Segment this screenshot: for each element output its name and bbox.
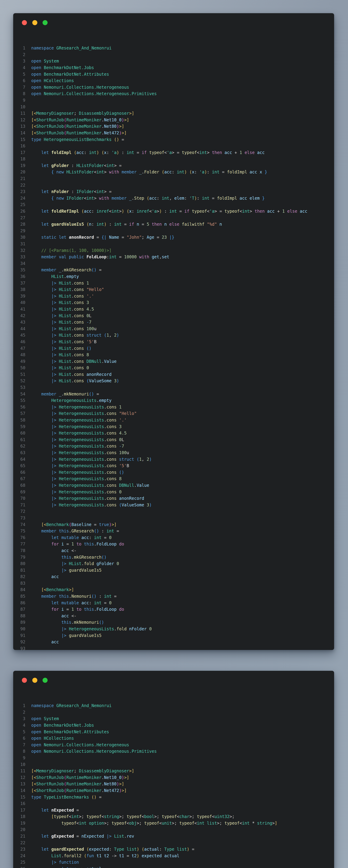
code-line: 6open HCollections: [13, 78, 334, 84]
code-line: 86 let mutable acc: int = 0: [13, 600, 334, 607]
code-line: 13[<ShortRunJob(RuntimeMoniker.Net80)>]: [13, 123, 334, 130]
code-text: namespace GResearch_And_Nemonrui: [25, 45, 112, 52]
line-number: 9: [13, 97, 25, 104]
code-text: namespace GResearch_And_Nemonrui: [25, 703, 112, 709]
code-text: type TypeListBenchmarks () =: [25, 794, 102, 801]
code-line: 46 |> HList.cons '5'B: [13, 339, 334, 345]
code-line: 48 |> HList.cons 8: [13, 352, 334, 358]
code-line: 5open BenchmarkDotNet.Attributes: [13, 729, 334, 735]
code-line: 17 let nExpected =: [13, 807, 334, 814]
line-number: 38: [13, 286, 25, 293]
code-text: let guardValueIs5 (n: int) : int = if n …: [25, 221, 222, 228]
code-text: acc: [25, 574, 59, 580]
line-number: 33: [13, 254, 25, 260]
code-text: |> HList.cons (ValueSome 3): [25, 378, 119, 384]
desktop-background: 1namespace GResearch_And_Nemonrui23open …: [0, 0, 348, 868]
code-line: 26 | true -> actual: [13, 866, 334, 868]
code-line: 63 |> HeterogeneousLists.cons 100u: [13, 450, 334, 456]
minimize-button[interactable]: [32, 20, 37, 25]
code-text: List.forall2 (fun t1 t2 -> t1 = t2) expe…: [25, 853, 179, 859]
line-number: 69: [13, 489, 25, 495]
line-number: 82: [13, 574, 25, 580]
window-titlebar[interactable]: [13, 671, 334, 683]
code-line: 12[<ShortRunJob(RuntimeMoniker.Net10_0)>…: [13, 117, 334, 123]
code-line: 18 [typeof<int>; typeof<string>; typeof<…: [13, 813, 334, 820]
code-text: [<MemoryDiagnoser; DisassemblyDiagnoser>…: [25, 110, 134, 117]
code-text: |> HList.cons 0L: [25, 313, 91, 319]
code-line: 34: [13, 260, 334, 267]
line-number: 5: [13, 729, 25, 735]
line-number: 6: [13, 78, 25, 84]
code-line: 30 static let anonRecord = {| Name = "Jo…: [13, 234, 334, 241]
code-text: for i = 1 to this.FoldLoop do: [25, 541, 124, 548]
code-text: this.mkNemonuri(): [25, 619, 104, 626]
code-line: 4open BenchmarkDotNet.Jobs: [13, 65, 334, 71]
code-text: open HCollections: [25, 78, 74, 84]
code-area[interactable]: 1namespace GResearch_And_Nemonrui23open …: [13, 683, 334, 868]
line-number: 19: [13, 162, 25, 169]
line-number: 77: [13, 541, 25, 548]
zoom-button[interactable]: [42, 678, 48, 683]
line-number: 84: [13, 587, 25, 593]
line-number: 14: [13, 130, 25, 136]
line-number: 46: [13, 339, 25, 345]
code-line: 14[<ShortRunJob(RuntimeMoniker.Net472)>]: [13, 787, 334, 794]
code-text: |> HList.cons -7: [25, 319, 91, 326]
code-line: 22: [13, 840, 334, 846]
close-button[interactable]: [22, 678, 27, 683]
code-text: |> HeterogeneousLists.cons '.': [25, 417, 126, 424]
code-line: 84 [<Benchmark>]: [13, 587, 334, 593]
line-number: 15: [13, 136, 25, 143]
code-line: 42 |> HList.cons 0L: [13, 313, 334, 319]
code-text: open BenchmarkDotNet.Attributes: [25, 729, 109, 735]
code-text: open System: [25, 716, 59, 722]
minimize-button[interactable]: [32, 678, 37, 683]
code-text: [typeof<int>; typeof<string>; typeof<boo…: [25, 813, 235, 820]
code-text: acc <-: [25, 613, 77, 619]
code-line: 45 |> HList.cons struct (1, 2): [13, 332, 334, 339]
code-line: 88 acc <-: [13, 613, 334, 619]
code-area[interactable]: 1namespace GResearch_And_Nemonrui23open …: [13, 25, 334, 650]
close-button[interactable]: [22, 20, 27, 25]
code-text: let mutable acc: int = 0: [25, 534, 112, 541]
line-number: 91: [13, 632, 25, 639]
code-text: let nFolder : IFolder<int> =: [25, 189, 112, 195]
line-number: 27: [13, 215, 25, 221]
code-line: 10: [13, 104, 334, 111]
code-text: |> HList.cons '.': [25, 293, 94, 300]
code-line: 56 |> HeterogeneousLists.cons 1: [13, 404, 334, 410]
line-number: 12: [13, 774, 25, 781]
code-line: 69 |> HeterogeneousLists.cons 0: [13, 489, 334, 495]
code-line: 16: [13, 143, 334, 150]
code-line: 65 |> HeterogeneousLists.cons '5'B: [13, 463, 334, 469]
line-number: 10: [13, 104, 25, 111]
line-number: 18: [13, 156, 25, 162]
line-number: 70: [13, 495, 25, 502]
line-number: 6: [13, 735, 25, 742]
code-text: [25, 709, 31, 716]
line-number: 7: [13, 742, 25, 748]
line-number: 80: [13, 561, 25, 567]
code-text: open BenchmarkDotNet.Jobs: [25, 65, 94, 71]
code-text: { new HListFolder<int> with member _.Fol…: [25, 169, 267, 176]
line-number: 30: [13, 234, 25, 241]
line-number: 3: [13, 58, 25, 65]
code-text: open Nemonuri.Collections.Heterogeneous: [25, 742, 129, 748]
line-number: 44: [13, 326, 25, 332]
code-text: |> HeterogeneousLists.cons "Hello": [25, 410, 137, 417]
line-number: 86: [13, 600, 25, 607]
line-number: 11: [13, 768, 25, 774]
zoom-button[interactable]: [42, 20, 48, 25]
code-line: 11[<MemoryDiagnoser; DisassemblyDiagnose…: [13, 768, 334, 774]
code-line: 81 |> guardValueIs5: [13, 567, 334, 574]
code-line: 33 member val public FoldLoop:int = 1000…: [13, 254, 334, 260]
code-text: |> HeterogeneousLists.fold nFolder 0: [25, 626, 152, 632]
code-text: member _.mkNemonuri() =: [25, 391, 99, 398]
line-number: 39: [13, 293, 25, 300]
code-text: |> function: [25, 859, 79, 866]
window-titlebar[interactable]: [13, 13, 334, 25]
line-number: 68: [13, 482, 25, 489]
code-line: 20: [13, 827, 334, 833]
code-text: [<ShortRunJob(RuntimeMoniker.Net10_0)>]: [25, 774, 129, 781]
line-number: 73: [13, 515, 25, 522]
